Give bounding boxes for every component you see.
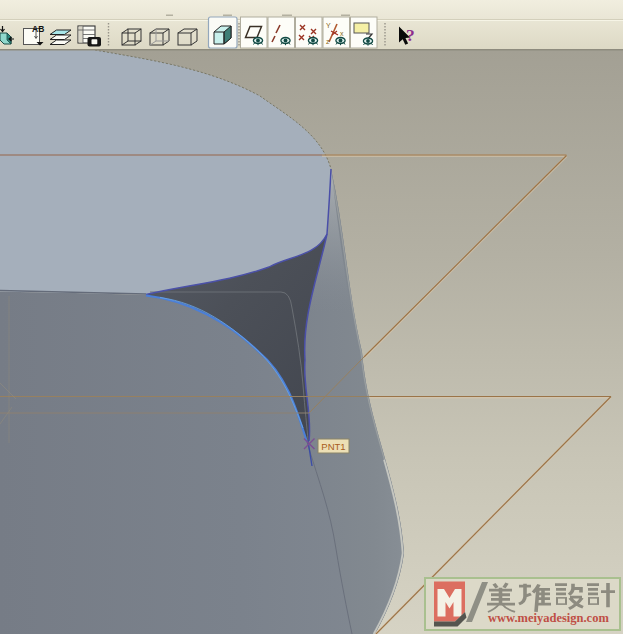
svg-text:PNT1: PNT1 (321, 441, 345, 452)
svg-text:www.meiyadesign.com: www.meiyadesign.com (488, 611, 609, 625)
svg-text:Y: Y (326, 22, 331, 29)
svg-text:z: z (326, 38, 330, 45)
svg-text:?: ? (406, 25, 415, 45)
svg-text:AB: AB (32, 24, 44, 34)
svg-text:x: x (340, 30, 344, 37)
